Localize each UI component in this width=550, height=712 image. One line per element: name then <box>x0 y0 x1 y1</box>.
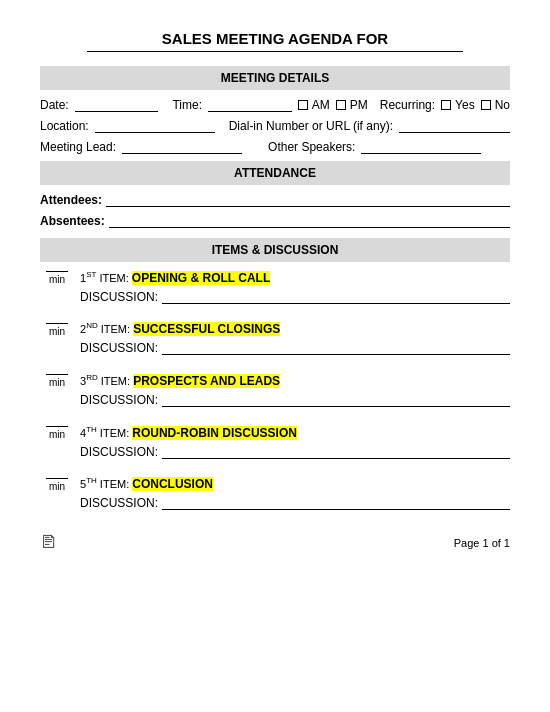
item-highlight-5: CONCLUSION <box>132 477 213 491</box>
meeting-row-2: Location: Dial-in Number or URL (if any)… <box>40 119 510 133</box>
absentees-row: Absentees: <box>40 214 510 228</box>
item-highlight-2: SUCCESSFUL CLOSINGS <box>133 322 280 336</box>
page-title: SALES MEETING AGENDA FOR <box>40 30 510 47</box>
min-line-2 <box>46 323 68 324</box>
footer: 🖹 Page 1 of 1 <box>40 528 510 553</box>
meeting-row-3: Meeting Lead: Other Speakers: <box>40 140 510 154</box>
discussion-label-1: DISCUSSION: <box>80 290 158 304</box>
am-checkbox[interactable] <box>298 100 308 110</box>
no-checkbox[interactable] <box>481 100 491 110</box>
attendees-row: Attendees: <box>40 193 510 207</box>
attendance-header: ATTENDANCE <box>40 161 510 185</box>
discussion-line-2 <box>162 341 510 355</box>
meeting-lead-line <box>122 140 242 154</box>
item-title-2: 2ND ITEM: SUCCESSFUL CLOSINGS <box>80 322 510 337</box>
checkbox-pm-group: PM <box>336 98 368 112</box>
item-num-4: 4TH ITEM: <box>80 427 132 439</box>
agenda-item-3: min 3RD ITEM: PROSPECTS AND LEADS DISCUS… <box>40 373 510 407</box>
am-label: AM <box>312 98 330 112</box>
min-line-1 <box>46 271 68 272</box>
item-content-2: 2ND ITEM: SUCCESSFUL CLOSINGS DISCUSSION… <box>80 322 510 356</box>
discussion-row-3: DISCUSSION: <box>80 393 510 407</box>
agenda-item-1: min 1ST ITEM: OPENING & ROLL CALL DISCUS… <box>40 270 510 304</box>
agenda-item-5: min 5TH ITEM: CONCLUSION DISCUSSION: <box>40 477 510 511</box>
attendees-line <box>106 193 510 207</box>
yes-label: Yes <box>455 98 475 112</box>
item-highlight-1: OPENING & ROLL CALL <box>132 271 270 285</box>
discussion-row-2: DISCUSSION: <box>80 341 510 355</box>
recurring-label: Recurring: <box>380 98 435 112</box>
yes-checkbox[interactable] <box>441 100 451 110</box>
discussion-line-4 <box>162 445 510 459</box>
min-col-5: min <box>40 478 74 492</box>
checkbox-yes-group: Yes <box>441 98 475 112</box>
location-line <box>95 119 215 133</box>
min-col-2: min <box>40 323 74 337</box>
page-number: Page 1 of 1 <box>454 537 510 549</box>
min-line-5 <box>46 478 68 479</box>
no-label: No <box>495 98 510 112</box>
item-content-1: 1ST ITEM: OPENING & ROLL CALL DISCUSSION… <box>80 270 510 304</box>
agenda-item-4: min 4TH ITEM: ROUND-ROBIN DISCUSSION DIS… <box>40 425 510 459</box>
min-label-5: min <box>49 481 65 492</box>
date-line <box>75 98 159 112</box>
item-title-4: 4TH ITEM: ROUND-ROBIN DISCUSSION <box>80 425 510 440</box>
location-label: Location: <box>40 119 89 133</box>
absentees-line <box>109 214 510 228</box>
document-icon: 🖹 <box>40 532 58 553</box>
discussion-line-3 <box>162 393 510 407</box>
date-label: Date: <box>40 98 69 112</box>
discussion-row-1: DISCUSSION: <box>80 290 510 304</box>
min-label-1: min <box>49 274 65 285</box>
item-content-4: 4TH ITEM: ROUND-ROBIN DISCUSSION DISCUSS… <box>80 425 510 459</box>
min-label-3: min <box>49 377 65 388</box>
item-num-3: 3RD ITEM: <box>80 375 133 387</box>
min-col-4: min <box>40 426 74 440</box>
items-discussion-header: ITEMS & DISCUSSION <box>40 238 510 262</box>
discussion-label-3: DISCUSSION: <box>80 393 158 407</box>
discussion-label-5: DISCUSSION: <box>80 496 158 510</box>
items-section: min 1ST ITEM: OPENING & ROLL CALL DISCUS… <box>40 270 510 510</box>
item-title-5: 5TH ITEM: CONCLUSION <box>80 477 510 492</box>
item-title-1: 1ST ITEM: OPENING & ROLL CALL <box>80 270 510 285</box>
checkbox-am-group: AM <box>298 98 330 112</box>
min-label-2: min <box>49 326 65 337</box>
discussion-line-1 <box>162 290 510 304</box>
discussion-line-5 <box>162 496 510 510</box>
item-highlight-3: PROSPECTS AND LEADS <box>133 374 280 388</box>
meeting-lead-label: Meeting Lead: <box>40 140 116 154</box>
pm-checkbox[interactable] <box>336 100 346 110</box>
min-col-3: min <box>40 374 74 388</box>
attendance-section: Attendees: Absentees: <box>40 193 510 228</box>
meeting-row-1: Date: Time: AM PM Recurring: Yes No <box>40 98 510 112</box>
min-line-4 <box>46 426 68 427</box>
min-col-1: min <box>40 271 74 285</box>
item-num-5: 5TH ITEM: <box>80 478 132 490</box>
min-label-4: min <box>49 429 65 440</box>
attendees-label: Attendees: <box>40 193 102 207</box>
item-content-5: 5TH ITEM: CONCLUSION DISCUSSION: <box>80 477 510 511</box>
dialin-label: Dial-in Number or URL (if any): <box>229 119 393 133</box>
discussion-row-5: DISCUSSION: <box>80 496 510 510</box>
checkbox-no-group: No <box>481 98 510 112</box>
other-speakers-line <box>361 140 481 154</box>
title-underline <box>87 51 463 52</box>
item-num-2: 2ND ITEM: <box>80 323 133 335</box>
item-highlight-4: ROUND-ROBIN DISCUSSION <box>132 426 297 440</box>
other-speakers-label: Other Speakers: <box>268 140 355 154</box>
discussion-label-4: DISCUSSION: <box>80 445 158 459</box>
item-title-3: 3RD ITEM: PROSPECTS AND LEADS <box>80 373 510 388</box>
pm-label: PM <box>350 98 368 112</box>
agenda-item-2: min 2ND ITEM: SUCCESSFUL CLOSINGS DISCUS… <box>40 322 510 356</box>
time-line <box>208 98 292 112</box>
item-content-3: 3RD ITEM: PROSPECTS AND LEADS DISCUSSION… <box>80 373 510 407</box>
absentees-label: Absentees: <box>40 214 105 228</box>
item-num-1: 1ST ITEM: <box>80 272 132 284</box>
meeting-details-grid: Date: Time: AM PM Recurring: Yes No Loca… <box>40 98 510 154</box>
min-line-3 <box>46 374 68 375</box>
discussion-label-2: DISCUSSION: <box>80 341 158 355</box>
meeting-details-header: MEETING DETAILS <box>40 66 510 90</box>
discussion-row-4: DISCUSSION: <box>80 445 510 459</box>
time-label: Time: <box>172 98 202 112</box>
dialin-line <box>399 119 510 133</box>
